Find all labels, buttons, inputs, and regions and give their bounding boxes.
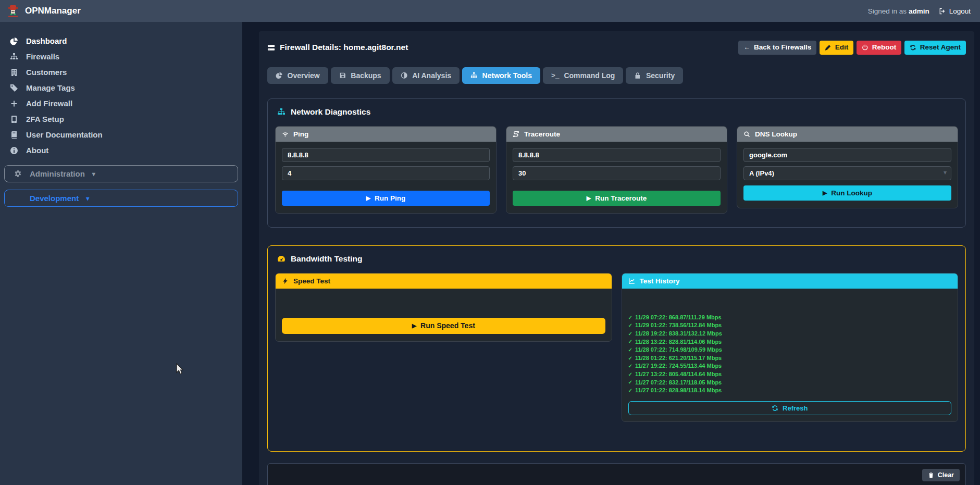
run-traceroute-button[interactable]: ▶ Run Traceroute — [513, 191, 721, 206]
gear-icon — [12, 170, 23, 178]
traceroute-hops-input[interactable] — [513, 166, 721, 180]
run-speed-test-button[interactable]: ▶ Run Speed Test — [282, 318, 605, 334]
mobile-icon — [8, 115, 20, 123]
sidebar-item-customers[interactable]: Customers — [0, 65, 242, 80]
lock-icon — [634, 72, 641, 79]
console-panel: Clear [1:20:21 PM]Network diagnostic too… — [267, 463, 966, 485]
page-title: Firewall Details: home.agit8or.net — [267, 41, 408, 52]
caret-down-icon: ▾ — [92, 171, 95, 177]
sidebar-item-firewalls[interactable]: Firewalls — [0, 49, 242, 64]
book-icon — [8, 131, 20, 139]
pie-chart-icon — [276, 72, 283, 79]
history-entry: ✓ 11/29 01:22: 738.56/112.84 Mbps — [628, 321, 952, 330]
sign-out-icon — [939, 8, 946, 15]
check-icon: ✓ — [628, 364, 632, 369]
tab-command-log[interactable]: >_ Command Log — [543, 67, 623, 84]
refresh-icon — [910, 44, 916, 51]
route-icon — [513, 131, 519, 138]
play-icon: ▶ — [366, 195, 370, 201]
clear-console-button[interactable]: Clear — [922, 469, 960, 481]
test-history-header: Test History — [622, 273, 958, 289]
sidebar: Dashboard Firewalls Customers Manage Tag… — [0, 22, 242, 485]
tab-ai-analysis[interactable]: AI Analysis — [392, 67, 460, 84]
tab-overview[interactable]: Overview — [267, 67, 328, 84]
terminal-icon: >_ — [551, 72, 559, 79]
action-button-back-to-firewalls[interactable]: ← Back to Firewalls — [738, 41, 816, 55]
chart-line-icon — [628, 278, 635, 284]
app-logo — [6, 4, 20, 18]
dns-lookup-card: DNS Lookup ▾ ▶ Run Lookup — [737, 126, 958, 208]
check-icon: ✓ — [628, 388, 632, 393]
dns-card-header: DNS Lookup — [737, 127, 958, 142]
check-icon: ✓ — [628, 323, 632, 328]
check-icon: ✓ — [628, 380, 632, 385]
network-icon — [277, 108, 286, 116]
info-circle-icon — [8, 146, 20, 155]
logout-button[interactable]: Logout — [939, 7, 971, 15]
caret-down-icon: ▾ — [944, 169, 947, 176]
app-title: OPNManager — [25, 6, 81, 16]
check-icon: ✓ — [628, 356, 632, 361]
bolt-icon — [282, 278, 289, 284]
sidebar-item-user-documentation[interactable]: User Documentation — [0, 127, 242, 142]
refresh-history-button[interactable]: Refresh — [628, 401, 952, 415]
play-icon: ▶ — [587, 195, 591, 201]
history-entry: ✓ 11/29 07:22: 868.87/111.29 Mbps — [628, 314, 952, 322]
run-lookup-button[interactable]: ▶ Run Lookup — [743, 185, 951, 201]
tab-security[interactable]: Security — [626, 67, 683, 84]
dns-host-input[interactable] — [743, 148, 951, 162]
sidebar-item-about[interactable]: About — [0, 143, 242, 158]
history-entry: ✓ 11/28 19:22: 838.31/132.12 Mbps — [628, 330, 952, 338]
refresh-icon — [772, 405, 778, 412]
sitemap-icon — [8, 53, 20, 61]
tab-backups[interactable]: Backups — [331, 67, 390, 84]
action-button-edit[interactable]: Edit — [820, 41, 853, 55]
caret-down-icon: ▾ — [86, 195, 89, 202]
play-icon: ▶ — [412, 323, 416, 329]
ping-count-input[interactable] — [282, 166, 490, 180]
building-icon — [8, 68, 20, 77]
run-ping-button[interactable]: ▶ Run Ping — [282, 191, 490, 206]
action-button-reset-agent[interactable]: Reset Agent — [904, 41, 966, 55]
network-diagnostics-panel: Network Diagnostics Ping ▶ — [267, 98, 966, 228]
ping-card: Ping ▶ Run Ping — [275, 126, 497, 214]
check-icon: ✓ — [628, 372, 632, 377]
firewall-details-panel: Firewall Details: home.agit8or.net ← Bac… — [259, 31, 974, 485]
test-history-card: Test History ✓ 11/29 07:22: 868.87/111.2… — [622, 273, 959, 422]
pencil-icon — [825, 44, 832, 51]
network-diagnostics-heading: Network Diagnostics — [275, 106, 958, 117]
ping-host-input[interactable] — [282, 148, 490, 162]
sidebar-dropdown-development[interactable]: Development ▾ — [4, 190, 238, 207]
traceroute-host-input[interactable] — [513, 148, 721, 162]
history-entry: ✓ 11/27 13:22: 805.48/114.64 Mbps — [628, 370, 952, 379]
check-icon: ✓ — [628, 339, 632, 344]
history-entry: ✓ 11/27 01:22: 828.98/118.14 Mbps — [628, 387, 952, 395]
play-icon: ▶ — [823, 190, 827, 196]
code-icon — [12, 194, 23, 202]
username: admin — [909, 7, 929, 15]
dns-record-type-select[interactable]: ▾ — [743, 166, 951, 180]
pie-chart-icon — [8, 37, 20, 45]
bandwidth-testing-heading: Bandwidth Testing — [275, 253, 958, 264]
power-icon — [862, 44, 869, 51]
ping-card-header: Ping — [276, 127, 496, 142]
save-icon — [339, 72, 346, 79]
sidebar-dropdowns: Administration ▾ Development ▾ — [0, 165, 242, 207]
tab-network-tools[interactable]: Network Tools — [462, 67, 540, 84]
plus-icon — [8, 100, 20, 108]
sidebar-dropdown-administration[interactable]: Administration ▾ — [4, 165, 238, 182]
sidebar-item-2fa-setup[interactable]: 2FA Setup — [0, 111, 242, 127]
traceroute-card-header: Traceroute — [506, 127, 727, 142]
sidebar-item-add-firewall[interactable]: Add Firewall — [0, 96, 242, 111]
check-icon: ✓ — [628, 347, 632, 353]
check-icon: ✓ — [628, 331, 632, 337]
history-entry: ✓ 11/28 01:22: 621.20/115.17 Mbps — [628, 354, 952, 363]
action-button-reboot[interactable]: Reboot — [857, 41, 901, 55]
tachometer-icon — [277, 255, 286, 263]
check-icon: ✓ — [628, 315, 632, 320]
speed-test-card: Speed Test ▶ Run Speed Test — [275, 273, 612, 342]
sidebar-item-manage-tags[interactable]: Manage Tags — [0, 80, 242, 95]
sidebar-nav: Dashboard Firewalls Customers Manage Tag… — [0, 33, 242, 158]
trash-icon — [928, 472, 934, 478]
sidebar-item-dashboard[interactable]: Dashboard — [0, 33, 242, 48]
